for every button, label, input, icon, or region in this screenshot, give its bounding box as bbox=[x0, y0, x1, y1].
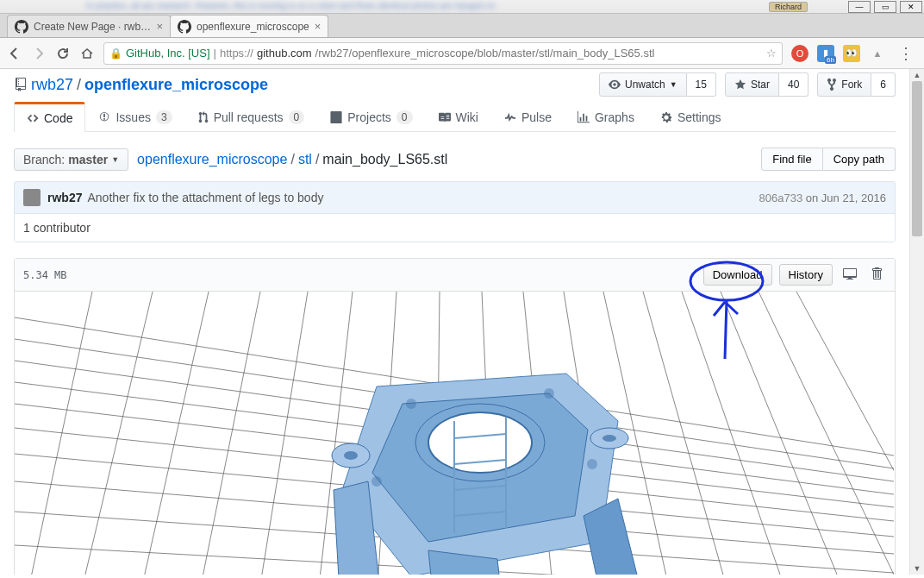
pr-icon bbox=[198, 111, 209, 123]
gear-icon bbox=[660, 111, 672, 123]
tab-settings[interactable]: Settings bbox=[647, 102, 734, 131]
watch-count[interactable]: 15 bbox=[687, 72, 716, 97]
back-button[interactable] bbox=[7, 46, 22, 61]
pulse-icon bbox=[504, 111, 516, 123]
tab-pulse[interactable]: Pulse bbox=[491, 102, 565, 131]
project-icon bbox=[330, 111, 342, 123]
scroll-up-button[interactable]: ▲ bbox=[910, 69, 924, 81]
graph-icon bbox=[578, 111, 590, 123]
tab-issues[interactable]: Issues3 bbox=[85, 102, 184, 131]
watch-button[interactable]: Unwatch▼ bbox=[599, 72, 687, 97]
svg-line-24 bbox=[643, 292, 746, 575]
svg-line-16 bbox=[249, 292, 308, 575]
fork-button[interactable]: Fork bbox=[817, 72, 871, 97]
commit-tease: rwb27 Another fix to the attachment of l… bbox=[14, 181, 896, 242]
bookmark-star-icon[interactable]: ☆ bbox=[766, 47, 777, 60]
svg-point-43 bbox=[602, 435, 616, 442]
code-icon bbox=[27, 112, 39, 124]
svg-line-12 bbox=[15, 292, 92, 575]
address-bar[interactable]: 🔒 GitHub, Inc. [US] | https://github.com… bbox=[103, 42, 783, 65]
svg-point-33 bbox=[406, 399, 416, 409]
svg-point-41 bbox=[344, 451, 358, 460]
repo-icon bbox=[14, 78, 28, 91]
lock-icon: 🔒 bbox=[109, 47, 122, 60]
browser-tab-0[interactable]: Create New Page · rwb27 × bbox=[7, 15, 171, 37]
github-icon bbox=[178, 20, 191, 34]
page-viewport: rwb27 / openflexure_microscope Unwatch▼ … bbox=[0, 69, 909, 575]
star-button[interactable]: Star bbox=[725, 72, 779, 97]
extension-rescuetime-icon[interactable]: ▮ bbox=[817, 45, 834, 62]
book-icon bbox=[439, 111, 451, 123]
avatar[interactable] bbox=[23, 189, 41, 206]
repo-name-link[interactable]: openflexure_microscope bbox=[84, 76, 268, 94]
tab-wiki[interactable]: Wiki bbox=[426, 102, 491, 131]
desktop-icon[interactable] bbox=[840, 265, 860, 285]
github-icon bbox=[15, 20, 28, 34]
svg-point-35 bbox=[587, 459, 597, 469]
svg-line-14 bbox=[127, 292, 209, 575]
browser-tab-1[interactable]: openflexure_microscope × bbox=[170, 15, 328, 37]
file-box: 5.34 MB Download History bbox=[14, 258, 896, 575]
breadcrumb: openflexure_microscope / stl / main_body… bbox=[137, 152, 447, 167]
breadcrumb-root[interactable]: openflexure_microscope bbox=[137, 152, 287, 167]
fork-count[interactable]: 6 bbox=[871, 72, 896, 97]
file-size: 5.34 MB bbox=[23, 269, 67, 281]
eye-icon bbox=[609, 79, 621, 91]
repo-nav: Code Issues3 Pull requests0 Projects0 Wi… bbox=[14, 102, 896, 132]
browser-toolbar: 🔒 GitHub, Inc. [US] | https://github.com… bbox=[0, 38, 924, 69]
breadcrumb-file: main_body_LS65.stl bbox=[322, 152, 447, 167]
repo-owner-link[interactable]: rwb27 bbox=[31, 76, 73, 94]
svg-point-31 bbox=[428, 412, 532, 473]
issue-icon bbox=[98, 111, 110, 123]
tab-projects[interactable]: Projects0 bbox=[317, 102, 425, 131]
vertical-scrollbar[interactable]: ▲ ▼ bbox=[909, 69, 924, 575]
fork-icon bbox=[827, 78, 837, 91]
history-button[interactable]: History bbox=[779, 264, 833, 286]
svg-line-15 bbox=[187, 292, 260, 575]
tab-pull-requests[interactable]: Pull requests0 bbox=[185, 102, 318, 131]
browser-menu-button[interactable]: ⋮ bbox=[895, 44, 917, 63]
home-button[interactable] bbox=[79, 46, 95, 61]
svg-point-34 bbox=[544, 388, 554, 399]
stl-viewer[interactable] bbox=[15, 292, 895, 575]
tab-graphs[interactable]: Graphs bbox=[565, 102, 647, 131]
repo-title: rwb27 / openflexure_microscope bbox=[14, 76, 268, 94]
extension-drive-icon[interactable]: ▲ bbox=[869, 45, 886, 62]
window-minimize-button[interactable]: — bbox=[848, 1, 871, 13]
svg-line-13 bbox=[66, 292, 153, 575]
find-file-button[interactable]: Find file bbox=[761, 148, 823, 171]
svg-line-25 bbox=[682, 292, 808, 575]
window-close-button[interactable]: ✕ bbox=[900, 1, 922, 13]
chevron-down-icon: ▼ bbox=[111, 155, 119, 164]
commit-message[interactable]: Another fix to the attachment of legs to… bbox=[87, 191, 323, 204]
close-icon[interactable]: × bbox=[315, 20, 322, 33]
tab-code[interactable]: Code bbox=[14, 102, 85, 132]
star-icon bbox=[734, 79, 746, 91]
extension-icon[interactable]: 👀 bbox=[843, 45, 860, 62]
user-badge: Richard bbox=[769, 2, 808, 12]
star-count[interactable]: 40 bbox=[779, 72, 808, 97]
forward-button[interactable] bbox=[31, 46, 47, 61]
commit-meta: 806a733 on Jun 21, 2016 bbox=[759, 192, 887, 204]
browser-tabstrip: Create New Page · rwb27 × openflexure_mi… bbox=[0, 14, 924, 38]
copy-path-button[interactable]: Copy path bbox=[823, 148, 896, 171]
window-maximize-button[interactable]: ▭ bbox=[874, 1, 896, 13]
extension-opera-icon[interactable]: O bbox=[791, 45, 808, 62]
scroll-down-button[interactable]: ▼ bbox=[910, 562, 924, 575]
trash-icon[interactable] bbox=[867, 265, 886, 285]
svg-point-36 bbox=[371, 476, 382, 487]
close-icon[interactable]: × bbox=[156, 20, 163, 33]
scroll-thumb[interactable] bbox=[912, 81, 922, 236]
branch-select[interactable]: Branch: master ▼ bbox=[14, 148, 128, 171]
contributors: 1 contributor bbox=[15, 213, 895, 242]
reload-button[interactable] bbox=[55, 46, 71, 61]
download-button[interactable]: Download bbox=[703, 264, 772, 286]
commit-author[interactable]: rwb27 bbox=[47, 191, 82, 204]
breadcrumb-dir[interactable]: stl bbox=[298, 152, 312, 167]
window-titlebar: In practice, all are research. However, … bbox=[0, 0, 924, 14]
